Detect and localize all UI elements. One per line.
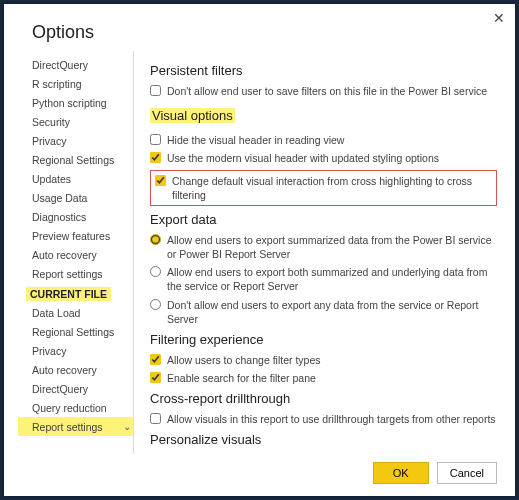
opt-persistent-dont-allow[interactable]: Don't allow end user to save filters on … <box>150 84 497 98</box>
nav-report-settings[interactable]: Report settings <box>18 264 133 283</box>
section-persistent-filters: Persistent filters <box>150 63 497 78</box>
nav-auto-recovery[interactable]: Auto recovery <box>18 245 133 264</box>
opt-export-none[interactable]: Don't allow end users to export any data… <box>150 298 497 326</box>
opt-modern-visual-header[interactable]: Use the modern visual header with update… <box>150 151 497 165</box>
label-text: Don't allow end users to export any data… <box>167 298 497 326</box>
dialog-footer: OK Cancel <box>4 454 515 496</box>
section-cross-report-drillthrough: Cross-report drillthrough <box>150 391 497 406</box>
section-export-data: Export data <box>150 212 497 227</box>
nav-cf-report-settings[interactable]: Report settings ⌄ <box>18 417 133 436</box>
label-text: Allow end users to export summarized dat… <box>167 233 497 261</box>
dialog-title: Options <box>4 4 515 51</box>
nav-r-scripting[interactable]: R scripting <box>18 74 133 93</box>
section-personalize-visuals: Personalize visuals <box>150 432 497 447</box>
label-text: Don't allow end user to save filters on … <box>167 84 487 98</box>
chevron-down-icon: ⌄ <box>123 421 131 432</box>
checkbox-cross-filtering[interactable] <box>155 175 166 186</box>
checkbox-change-filter-types[interactable] <box>150 354 161 365</box>
opt-cross-filtering[interactable]: Change default visual interaction from c… <box>155 174 492 202</box>
opt-drillthrough-targets[interactable]: Allow visuals in this report to use dril… <box>150 412 497 426</box>
nav-diagnostics[interactable]: Diagnostics <box>18 207 133 226</box>
main-panel: Persistent filters Don't allow end user … <box>134 51 515 454</box>
ok-button[interactable]: OK <box>373 462 429 484</box>
sidebar: DirectQuery R scripting Python scripting… <box>14 51 134 454</box>
cancel-button[interactable]: Cancel <box>437 462 497 484</box>
opt-export-both[interactable]: Allow end users to export both summarize… <box>150 265 497 293</box>
nav-regional-settings[interactable]: Regional Settings <box>18 150 133 169</box>
radio-export-both[interactable] <box>150 266 161 277</box>
nav-cf-auto-recovery[interactable]: Auto recovery <box>18 360 133 379</box>
nav-security[interactable]: Security <box>18 112 133 131</box>
dialog-body: DirectQuery R scripting Python scripting… <box>4 51 515 454</box>
checkbox-modern-visual-header[interactable] <box>150 152 161 163</box>
opt-change-filter-types[interactable]: Allow users to change filter types <box>150 353 497 367</box>
nav-cf-regional-settings[interactable]: Regional Settings <box>18 322 133 341</box>
callout-box: Change default visual interaction from c… <box>150 170 497 206</box>
label-text: Change default visual interaction from c… <box>172 174 492 202</box>
nav-directquery[interactable]: DirectQuery <box>18 55 133 74</box>
section-filtering-experience: Filtering experience <box>150 332 497 347</box>
radio-export-summarized[interactable] <box>150 234 161 245</box>
label-text: Enable search for the filter pane <box>167 371 316 385</box>
nav-cf-query-reduction[interactable]: Query reduction <box>18 398 133 417</box>
opt-enable-search-filter[interactable]: Enable search for the filter pane <box>150 371 497 385</box>
close-icon[interactable]: ✕ <box>493 10 505 26</box>
nav-cf-report-settings-label: Report settings <box>32 421 103 433</box>
checkbox-enable-search-filter[interactable] <box>150 372 161 383</box>
nav-python-scripting[interactable]: Python scripting <box>18 93 133 112</box>
label-text: Hide the visual header in reading view <box>167 133 344 147</box>
nav-cf-directquery[interactable]: DirectQuery <box>18 379 133 398</box>
nav-cf-privacy[interactable]: Privacy <box>18 341 133 360</box>
label-text: Allow visuals in this report to use dril… <box>167 412 496 426</box>
opt-export-summarized[interactable]: Allow end users to export summarized dat… <box>150 233 497 261</box>
checkbox-hide-visual-header[interactable] <box>150 134 161 145</box>
opt-hide-visual-header[interactable]: Hide the visual header in reading view <box>150 133 497 147</box>
nav-updates[interactable]: Updates <box>18 169 133 188</box>
label-text: Allow users to change filter types <box>167 353 321 367</box>
nav-cf-data-load[interactable]: Data Load <box>18 303 133 322</box>
checkbox-persistent-dont-allow[interactable] <box>150 85 161 96</box>
label-text: Use the modern visual header with update… <box>167 151 439 165</box>
nav-usage-data[interactable]: Usage Data <box>18 188 133 207</box>
options-dialog: ✕ Options DirectQuery R scripting Python… <box>4 4 515 496</box>
nav-preview-features[interactable]: Preview features <box>18 226 133 245</box>
label-text: Allow end users to export both summarize… <box>167 265 497 293</box>
nav-header-current-file: CURRENT FILE <box>18 283 133 303</box>
nav-privacy[interactable]: Privacy <box>18 131 133 150</box>
section-visual-options: Visual options <box>150 108 235 123</box>
radio-export-none[interactable] <box>150 299 161 310</box>
checkbox-drillthrough-targets[interactable] <box>150 413 161 424</box>
